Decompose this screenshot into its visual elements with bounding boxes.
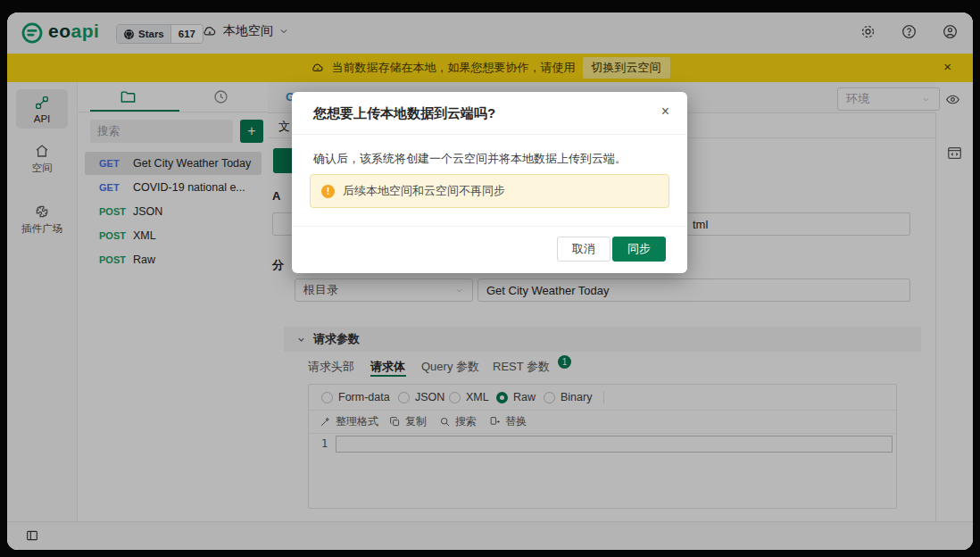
sync-button[interactable]: 同步	[612, 237, 666, 262]
warning-icon: !	[321, 185, 335, 198]
upload-to-cloud-dialog: 您想要上传本地数据到云端吗? × 确认后，该系统将创建一个云空间并将本地数据上传…	[292, 92, 687, 273]
dialog-close-icon[interactable]: ×	[661, 104, 669, 120]
warning-alert: ! 后续本地空间和云空间不再同步	[310, 174, 669, 208]
divider	[292, 226, 687, 227]
dialog-title: 您想要上传本地数据到云端吗?	[313, 105, 495, 122]
cancel-button[interactable]: 取消	[557, 237, 610, 262]
warning-text: 后续本地空间和云空间不再同步	[343, 183, 505, 199]
dialog-message: 确认后，该系统将创建一个云空间并将本地数据上传到云端。	[313, 151, 666, 167]
divider	[292, 134, 687, 135]
